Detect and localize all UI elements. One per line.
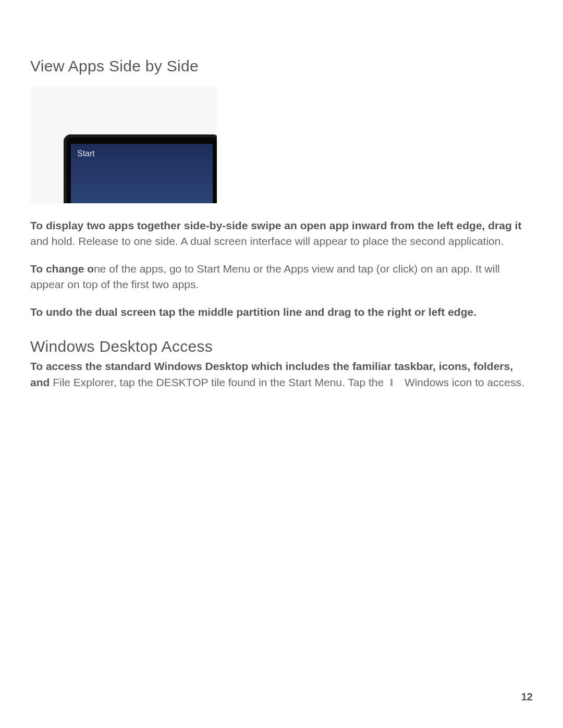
bold-lead: To change o bbox=[30, 263, 94, 275]
paragraph-desktop-access: To access the standard Windows Desktop w… bbox=[30, 359, 533, 390]
start-screen-label: Start bbox=[77, 149, 95, 158]
heading-view-apps: View Apps Side by Side bbox=[30, 57, 533, 75]
windows-icon bbox=[389, 378, 398, 387]
bold-lead: To display two apps together side-by-sid… bbox=[30, 219, 521, 231]
tablet-frame: Start bbox=[64, 134, 217, 203]
text-tail-a: File Explorer, tap the DESKTOP tile foun… bbox=[50, 376, 387, 388]
paragraph-display-two-apps: To display two apps together side-by-sid… bbox=[30, 218, 533, 250]
paragraph-undo-dual: To undo the dual screen tap the middle p… bbox=[30, 304, 533, 320]
heading-windows-desktop: Windows Desktop Access bbox=[30, 338, 533, 355]
tablet-screen: Start bbox=[71, 144, 213, 203]
text-tail: and hold. Release to one side. A dual sc… bbox=[30, 235, 504, 247]
paragraph-change-app: To change one of the apps, go to Start M… bbox=[30, 261, 533, 293]
illustration-tablet: Start bbox=[30, 87, 217, 203]
text-tail-b: Windows icon to access. bbox=[401, 376, 524, 388]
text-tail: ne of the apps, go to Start Menu or the … bbox=[30, 263, 500, 290]
page-number: 12 bbox=[521, 691, 533, 703]
bold-full: To undo the dual screen tap the middle p… bbox=[30, 306, 476, 318]
